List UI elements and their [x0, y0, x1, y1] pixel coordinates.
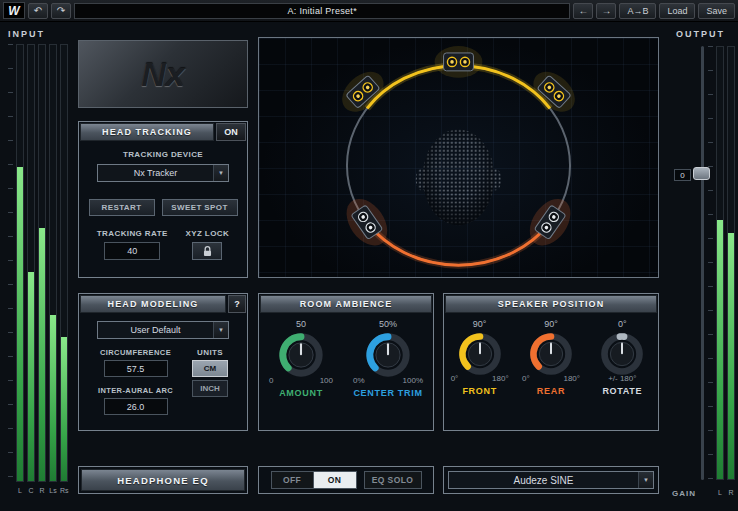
- output-meters: [716, 46, 735, 480]
- rotate-label: ROTATE: [602, 386, 642, 396]
- input-level-R: [39, 228, 45, 481]
- headphone-eq-section: HEADPHONE EQ: [78, 466, 248, 494]
- waves-logo: W: [3, 2, 25, 19]
- head-model-dropdown[interactable]: User Default ▼: [97, 321, 229, 339]
- output-level-L: [717, 220, 723, 479]
- input-meter-scale: [8, 44, 13, 482]
- input-meter-Ls: [49, 44, 57, 482]
- units-label: UNITS: [197, 348, 223, 357]
- front-knob[interactable]: [455, 329, 505, 379]
- toolbar: W ↶ ↷ A: Initial Preset* ← → A→B Load Sa…: [0, 0, 738, 22]
- input-level-Ls: [50, 315, 56, 481]
- headphone-eq-button[interactable]: HEADPHONE EQ: [81, 469, 245, 491]
- front-label: FRONT: [462, 386, 497, 396]
- input-title: INPUT: [8, 29, 45, 39]
- room-ambience-header: ROOM AMBIENCE: [259, 294, 433, 314]
- chevron-down-icon: ▼: [213, 165, 228, 181]
- soundstage-view: [258, 37, 659, 278]
- preset-field[interactable]: A: Initial Preset*: [74, 3, 570, 19]
- input-meter-R: [38, 44, 46, 482]
- center-trim-knob-group: 50% 0% 100% CENTER TRIM: [353, 319, 423, 398]
- eq-on-button[interactable]: ON: [314, 472, 356, 488]
- front-knob-group: 90° 0° 180° FRONT: [451, 319, 509, 396]
- rear-value: 90°: [544, 319, 558, 329]
- eq-solo-button[interactable]: EQ SOLO: [364, 471, 422, 489]
- rear-arc-glow: [367, 223, 550, 266]
- room-ambience-panel: ROOM AMBIENCE 50 0 100 AMOUNT 50%: [258, 293, 434, 431]
- prev-preset-button[interactable]: ←: [573, 3, 593, 19]
- input-meters: [8, 44, 68, 482]
- units-cm-button[interactable]: CM: [192, 360, 228, 377]
- head-modeling-title: HEAD MODELING: [80, 295, 226, 313]
- output-meter-L: [716, 46, 724, 480]
- input-channel-labels: L C R Ls Rs: [16, 487, 68, 494]
- rear-knob[interactable]: [526, 329, 576, 379]
- center-trim-value: 50%: [379, 319, 397, 329]
- gain-value-box[interactable]: 0: [674, 169, 691, 181]
- head-model-value: User Default: [98, 322, 213, 338]
- tracking-rate-value[interactable]: 40: [104, 242, 160, 260]
- head-tracking-panel: HEAD TRACKING ON TRACKING DEVICE Nx Trac…: [78, 121, 248, 278]
- center-trim-label: CENTER TRIM: [353, 388, 422, 398]
- save-button[interactable]: Save: [698, 3, 735, 19]
- output-title: OUTPUT: [676, 29, 725, 39]
- amount-label: AMOUNT: [279, 388, 323, 398]
- tracking-device-label: TRACKING DEVICE: [79, 150, 247, 159]
- inter-aural-arc-value[interactable]: 26.0: [104, 398, 168, 415]
- circumference-value[interactable]: 57.5: [104, 360, 168, 377]
- gain-label: GAIN: [672, 489, 696, 498]
- inter-aural-arc-label: INTER-AURAL ARC: [98, 386, 173, 395]
- input-meter-L: [16, 44, 24, 482]
- eq-off-button[interactable]: OFF: [272, 472, 314, 488]
- nx-plugin-window: W ↶ ↷ A: Initial Preset* ← → A→B Load Sa…: [0, 0, 738, 511]
- soundstage-svg: [259, 38, 658, 277]
- center-trim-knob[interactable]: [362, 329, 414, 381]
- output-level-R: [728, 233, 734, 479]
- head-modeling-panel: HEAD MODELING ? User Default ▼ CIRCUMFER…: [78, 293, 248, 431]
- xyz-lock-label: XYZ LOCK: [185, 229, 229, 238]
- listener-head: [416, 130, 502, 226]
- amount-knob-group: 50 0 100 AMOUNT: [269, 319, 333, 398]
- undo-icon[interactable]: ↶: [28, 3, 48, 19]
- gain-slider-handle[interactable]: [693, 167, 710, 180]
- gain-slider-track[interactable]: [701, 46, 704, 480]
- speaker-center[interactable]: [435, 46, 483, 78]
- xyz-lock-button[interactable]: [192, 242, 222, 260]
- next-preset-button[interactable]: →: [596, 3, 616, 19]
- room-ambience-title: ROOM AMBIENCE: [260, 295, 432, 313]
- load-button[interactable]: Load: [659, 3, 695, 19]
- sweet-spot-button[interactable]: SWEET SPOT: [162, 199, 238, 216]
- headphone-model-dropdown[interactable]: Audeze SINE ▼: [448, 471, 654, 489]
- headphone-model-value: Audeze SINE: [449, 472, 638, 488]
- input-level-Rs: [61, 337, 67, 481]
- lock-icon: [201, 245, 214, 258]
- rotate-value: 0°: [618, 319, 627, 329]
- help-button[interactable]: ?: [228, 295, 246, 313]
- circumference-label: CIRCUMFERENCE: [100, 348, 171, 357]
- restart-button[interactable]: RESTART: [89, 199, 155, 216]
- input-meter-C: [27, 44, 35, 482]
- redo-icon[interactable]: ↷: [51, 3, 71, 19]
- speaker-position-title: SPEAKER POSITION: [445, 295, 657, 313]
- amount-knob[interactable]: [275, 329, 327, 381]
- input-level-L: [17, 167, 23, 481]
- tracking-device-dropdown[interactable]: Nx Tracker ▼: [97, 164, 229, 182]
- input-meter-Rs: [60, 44, 68, 482]
- head-tracking-title: HEAD TRACKING: [80, 123, 214, 141]
- nx-logo: Nx: [78, 40, 248, 108]
- head-tracking-header: HEAD TRACKING ON: [79, 122, 247, 142]
- headphone-model-container: Audeze SINE ▼: [443, 466, 659, 494]
- output-meter-R: [727, 46, 735, 480]
- amount-value: 50: [296, 319, 306, 329]
- output-meter-scale: [708, 46, 713, 480]
- head-tracking-on-button[interactable]: ON: [216, 123, 246, 141]
- units-inch-button[interactable]: INCH: [192, 380, 228, 397]
- output-channel-labels: L R: [716, 489, 735, 496]
- input-level-C: [28, 272, 34, 481]
- speaker-position-header: SPEAKER POSITION: [444, 294, 658, 314]
- rotate-knob[interactable]: [597, 329, 647, 379]
- chevron-down-icon: ▼: [638, 472, 653, 488]
- ab-compare-button[interactable]: A→B: [619, 3, 656, 19]
- rear-knob-group: 90° 0° 180° REAR: [522, 319, 580, 396]
- nx-logo-text: Nx: [141, 55, 184, 94]
